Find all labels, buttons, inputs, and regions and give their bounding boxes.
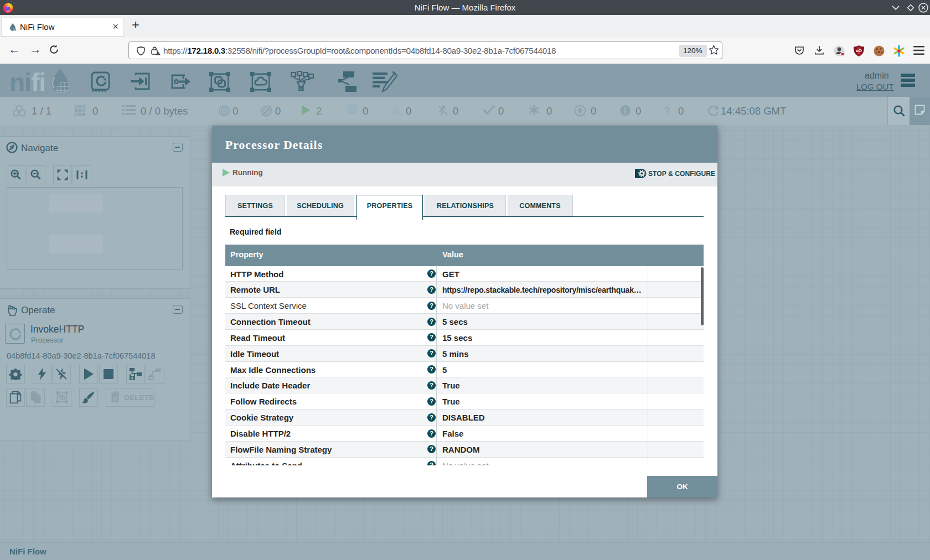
svg-text:uO: uO (856, 48, 862, 53)
